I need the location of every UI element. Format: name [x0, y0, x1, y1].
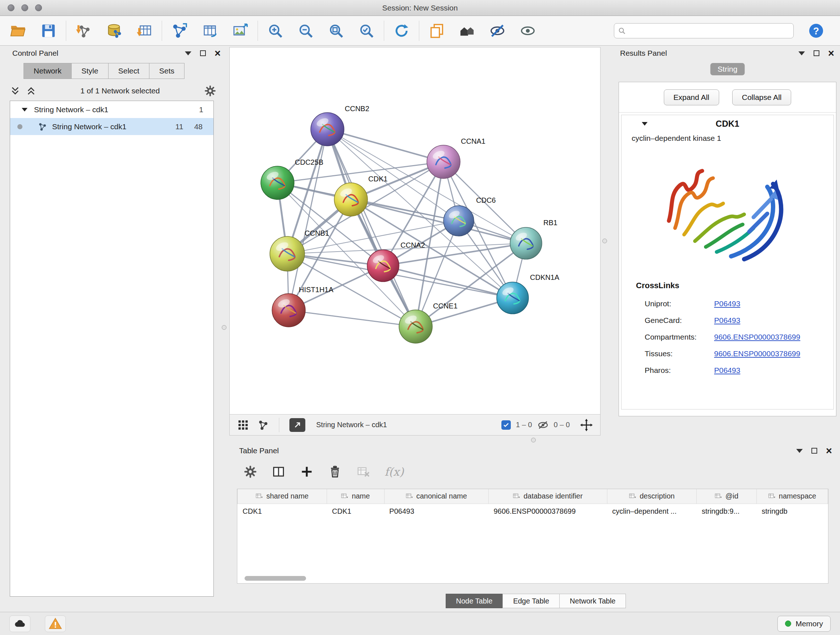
splitter-handle[interactable] [222, 325, 226, 330]
tab-network-table[interactable]: Network Table [559, 594, 626, 608]
column-header-canonical-name[interactable]: canonical name [384, 489, 488, 504]
column-header-description[interactable]: description [607, 489, 696, 504]
tab-edge-table[interactable]: Edge Table [502, 594, 560, 608]
delete-column-icon[interactable] [328, 465, 342, 478]
results-close-icon[interactable]: × [828, 48, 834, 59]
apply-layout-button[interactable] [392, 21, 412, 41]
table-cell[interactable]: stringdb [756, 504, 828, 519]
column-header-shared-name[interactable]: shared name [238, 489, 327, 504]
save-session-button[interactable] [38, 21, 58, 41]
tab-select[interactable]: Select [108, 63, 149, 79]
delete-table-icon[interactable] [356, 465, 370, 478]
crosslink-value-link[interactable]: 9606.ENSP00000378699 [714, 333, 800, 341]
selected-nodes-checkbox[interactable] [501, 420, 511, 430]
results-tab-string[interactable]: String [711, 63, 745, 75]
import-network-database-button[interactable] [104, 21, 124, 41]
new-table-icon [202, 22, 218, 39]
tab-network[interactable]: Network [24, 63, 72, 79]
home-button[interactable] [457, 21, 477, 41]
pan-crosshair-icon[interactable] [580, 418, 593, 432]
edge-CCNE1-HIST1H1A[interactable] [289, 310, 416, 326]
zoom-fit-button[interactable] [326, 21, 346, 41]
crosslink-value-link[interactable]: P06493 [714, 299, 740, 308]
expand-all-icon[interactable] [26, 86, 36, 96]
collapse-all-icon[interactable] [10, 86, 20, 96]
open-session-button[interactable] [8, 21, 28, 41]
export-image-button[interactable] [230, 21, 250, 41]
zoom-fit-icon [328, 22, 344, 39]
node-CDK1[interactable]: CDK1 [334, 175, 387, 216]
network-row-selected[interactable]: String Network – cdk1 11 48 [10, 118, 213, 135]
search-input[interactable] [629, 27, 790, 35]
zoom-out-button[interactable] [295, 21, 316, 41]
crosslink-value-link[interactable]: P06493 [714, 316, 740, 325]
splitter-handle[interactable] [531, 438, 536, 442]
table-maximize-icon[interactable] [812, 448, 817, 454]
show-button[interactable] [518, 21, 538, 41]
hidden-eye-slash-icon[interactable] [537, 419, 549, 431]
results-maximize-icon[interactable] [813, 50, 819, 56]
table-row[interactable]: CDK1CDK1P064939606.ENSP00000378699cyclin… [238, 504, 828, 519]
node-CDKN1A[interactable]: CDKN1A [497, 273, 560, 314]
warnings-button[interactable] [45, 616, 66, 632]
network-canvas[interactable]: CCNB2CCNA1CDC25BCDK1CDC6RB1CCNB1CCNA2CDK… [230, 48, 600, 414]
table-cell[interactable]: 9606.ENSP00000378699 [488, 504, 607, 519]
column-header-namespace[interactable]: namespace [756, 489, 828, 504]
network-overview-icon[interactable] [257, 419, 269, 431]
edge-CCNB2-CCNE1[interactable] [327, 129, 416, 326]
collection-disclosure-icon[interactable] [22, 108, 27, 111]
table-cell[interactable]: stringdb:9... [697, 504, 757, 519]
node-RB1[interactable]: RB1 [510, 219, 557, 259]
function-builder-icon[interactable]: f(x) [385, 465, 404, 478]
node-CCNA1[interactable]: CCNA1 [427, 137, 485, 179]
gear-icon[interactable] [204, 85, 216, 97]
splitter-handle[interactable] [602, 239, 607, 243]
panel-maximize-icon[interactable] [200, 50, 206, 56]
help-button[interactable]: ? [806, 21, 826, 41]
import-table-button[interactable] [134, 21, 155, 41]
hide-button[interactable] [487, 21, 508, 41]
crosslink-value-link[interactable]: P06493 [714, 366, 740, 375]
table-float-icon[interactable] [796, 449, 803, 453]
tab-sets[interactable]: Sets [149, 63, 185, 79]
crosslink-value-link[interactable]: 9606.ENSP00000378699 [714, 349, 800, 358]
new-network-button[interactable] [169, 21, 189, 41]
edge-CCNB2-HIST1H1A[interactable] [289, 129, 327, 310]
table-settings-gear-icon[interactable] [243, 465, 257, 478]
table-hscrollbar[interactable] [240, 576, 313, 581]
table-cell[interactable]: CDK1 [327, 504, 384, 519]
panel-float-icon[interactable] [185, 51, 191, 55]
memory-button[interactable]: Memory [777, 616, 831, 632]
tab-style[interactable]: Style [71, 63, 109, 79]
node-table[interactable]: shared namenamecanonical namedatabase id… [237, 489, 829, 584]
table-close-icon[interactable]: × [826, 446, 832, 456]
search-box[interactable] [614, 23, 794, 38]
gene-disclosure-icon[interactable] [642, 122, 647, 126]
expand-all-button[interactable]: Expand All [664, 89, 719, 105]
table-cell[interactable]: CDK1 [238, 504, 327, 519]
show-columns-icon[interactable] [272, 465, 286, 478]
node-CCNB1[interactable]: CCNB1 [270, 229, 329, 271]
node-HIST1H1A[interactable]: HIST1H1A [272, 286, 333, 327]
column-header--id[interactable]: @id [697, 489, 757, 504]
table-cell[interactable]: P06493 [384, 504, 488, 519]
column-header-database-identifier[interactable]: database identifier [488, 489, 607, 504]
add-column-icon[interactable] [300, 465, 314, 478]
node-CCNB2[interactable]: CCNB2 [311, 105, 369, 146]
open-in-window-button[interactable] [289, 418, 305, 432]
zoom-in-button[interactable] [265, 21, 286, 41]
new-table-button[interactable] [200, 21, 220, 41]
zoom-selected-button[interactable] [356, 21, 377, 41]
results-float-icon[interactable] [798, 51, 805, 55]
panel-close-icon[interactable]: × [215, 48, 221, 59]
column-header-name[interactable]: name [327, 489, 384, 504]
table-cell[interactable]: cyclin–dependent ... [607, 504, 696, 519]
grid-view-icon[interactable] [237, 419, 249, 431]
import-network-file-button[interactable] [73, 21, 94, 41]
copy-button[interactable] [426, 21, 447, 41]
open-folder-icon [10, 22, 27, 39]
network-collection-row[interactable]: String Network – cdk1 1 [10, 101, 213, 118]
tab-node-table[interactable]: Node Table [446, 594, 503, 608]
collapse-all-button[interactable]: Collapse All [732, 89, 791, 105]
cloud-status-button[interactable] [9, 616, 30, 632]
